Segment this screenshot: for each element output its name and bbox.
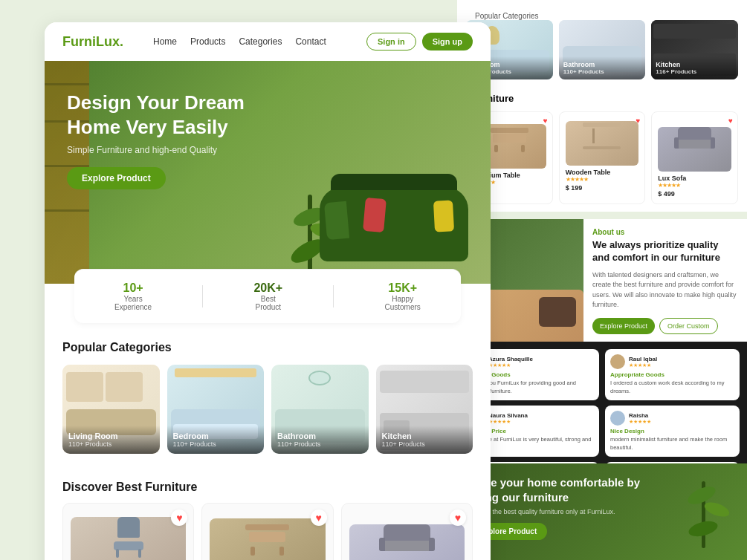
nav-categories[interactable]: Categories	[239, 36, 282, 47]
pt-leg-l	[494, 145, 498, 152]
reviewer-2-header: Raisha ★★★★★	[610, 411, 734, 426]
sink-shape	[308, 371, 331, 385]
about-order-button[interactable]: Order Custom	[659, 318, 718, 334]
stat-experience-label: YearsExperience	[114, 295, 152, 311]
heart-table[interactable]: ♥	[311, 509, 327, 526]
popular-categories-title: Popular Categories	[62, 341, 473, 354]
reviews-right-column: Raul Iqbal ★★★★★ Appropriate Goods I ord…	[605, 349, 740, 464]
chair-back	[117, 517, 140, 538]
cta-title: Make your home comfortable by using our …	[469, 475, 668, 504]
reviews-section: Azura Shaquille ★★★★★ Quality Goods Than…	[457, 342, 747, 464]
hero-explore-button[interactable]: Explore Product	[67, 167, 166, 189]
about-title: We always prioritize quality and comfort…	[592, 239, 738, 264]
stat-divider-1	[202, 285, 203, 307]
right-categories-grid: Bedroom 110+ Products Bathroom 110+ Prod…	[466, 20, 738, 79]
right-furn-sofa[interactable]: ♥ Lux Sofa ★★★★★ $ 499	[651, 111, 738, 204]
furniture-card-chair[interactable]: ♥ Arm Chair $199	[62, 503, 194, 560]
right-furniture-section: ...furniture ♥ Premium Table ★★★★★ $ 299	[457, 85, 747, 212]
lux-sofa-name: Lux Sofa	[658, 175, 731, 182]
cta-leaf-3	[687, 518, 719, 539]
wt-base	[583, 146, 621, 149]
right-bathroom-count: 110+ Products	[563, 68, 641, 75]
right-cat-kitchen[interactable]: Kitchen 116+ Products	[651, 20, 738, 79]
nav-home[interactable]: Home	[153, 36, 177, 47]
signup-button[interactable]: Sign up	[422, 33, 473, 51]
sofa-illus	[379, 524, 435, 554]
about-explore-button[interactable]: Explore Product	[592, 318, 655, 334]
cta-subtitle: choose the best quality furniture only a…	[469, 508, 668, 515]
logo[interactable]: FurniLux.	[62, 34, 123, 50]
about-label: About us	[592, 228, 738, 236]
logo-text-end: Lux.	[96, 34, 123, 49]
category-kitchen[interactable]: Kitchen 110+ Products	[376, 365, 473, 454]
bathroom-overlay: Bathroom 110+ Products	[271, 426, 369, 454]
table-image	[210, 518, 325, 560]
lux-sofa-price: $ 499	[658, 190, 731, 198]
right-bathroom-name: Bathroom	[563, 61, 641, 68]
right-kitchen-name: Kitchen	[656, 61, 734, 68]
review-5-text: I ordered a custom work desk according t…	[610, 380, 734, 395]
about-section: About us We always prioritize quality an…	[583, 219, 747, 342]
pt-body	[493, 134, 526, 143]
nav-products[interactable]: Products	[190, 36, 225, 47]
table-illus	[243, 518, 291, 556]
reviewer-5-stars: ★★★★★	[629, 362, 657, 368]
stat-products-label: BestProduct	[253, 295, 282, 311]
right-cat-bathroom[interactable]: Bathroom 110+ Products	[559, 20, 646, 79]
right-kitchen-count: 116+ Products	[656, 68, 734, 75]
category-bathroom[interactable]: Bathroom 110+ Products	[271, 365, 369, 454]
right-bathroom-overlay: Bathroom 110+ Products	[559, 56, 646, 79]
sofa-seat-2	[379, 541, 435, 551]
reviewer-5-header: Raul Iqbal ★★★★★	[610, 354, 734, 369]
right-heart-wooden[interactable]: ♥	[636, 117, 640, 125]
sofa-image	[349, 524, 465, 560]
reviewer-3-stars: ★★★★★	[488, 419, 528, 425]
room-frame-2	[106, 372, 143, 402]
category-bedroom[interactable]: Bedroom 110+ Products	[167, 365, 265, 454]
sofa-arm-r-2	[429, 538, 435, 551]
left-panel: FurniLux. Home Products Categories Conta…	[45, 22, 491, 560]
heart-sofa[interactable]: ♥	[450, 509, 466, 526]
cta-plant-decoration	[676, 475, 735, 548]
stats-bar: 10+ YearsExperience 20K+ BestProduct 15K…	[74, 269, 461, 323]
categories-grid: Living Room 110+ Products Bedroom 110+ P…	[62, 365, 473, 454]
sofa-back-2	[384, 524, 430, 541]
avatar-5	[610, 354, 625, 369]
avatar-2	[610, 411, 625, 426]
pt-top	[491, 128, 528, 133]
wooden-table-price: $ 199	[566, 184, 639, 192]
stat-experience-number: 10+	[114, 281, 152, 295]
right-heart-sofa[interactable]: ♥	[728, 117, 733, 125]
right-wooden-img	[566, 121, 639, 166]
bathroom-name: Bathroom	[277, 432, 363, 440]
right-sofa-img	[658, 127, 731, 172]
chair-image	[71, 517, 186, 560]
lux-sofa-stars: ★★★★★	[658, 182, 731, 189]
navbar: FurniLux. Home Products Categories Conta…	[45, 22, 491, 61]
wt-top	[583, 123, 621, 127]
review-2-text: modern minimalist furniture and make the…	[610, 436, 734, 452]
reviewer-5-name: Raul Iqbal	[629, 356, 657, 362]
table-leg-r	[279, 547, 284, 556]
leg-fl	[116, 549, 119, 558]
bedroom-count: 110+ Products	[173, 440, 259, 448]
stat-customers: 15K+ HappyCustomers	[385, 281, 421, 311]
pillow-1	[324, 201, 349, 240]
table-drawer	[249, 532, 285, 542]
cta-content: Make your home comfortable by using our …	[469, 475, 668, 540]
right-heart-premium[interactable]: ♥	[543, 117, 548, 125]
bedroom-overlay: Bedroom 110+ Products	[167, 426, 265, 454]
reviewer-2-name: Raisha	[629, 412, 651, 419]
furniture-card-sofa[interactable]: ♥ Gray Sofa $399	[341, 503, 473, 560]
reviewer-1-stars: ★★★★★	[488, 362, 533, 368]
premium-table-illus	[489, 124, 530, 152]
furniture-card-table[interactable]: ♥ Wood Table $149	[201, 503, 333, 560]
signin-button[interactable]: Sign in	[366, 33, 416, 51]
nav-contact[interactable]: Contact	[295, 36, 326, 47]
reviewer-2-stars: ★★★★★	[629, 419, 651, 425]
right-furn-wooden-table[interactable]: ♥ Wooden Table ★★★★★ $ 199	[559, 111, 646, 204]
hero-section: Design Your Dream Home Very Easily Simpl…	[45, 61, 491, 284]
living-room-name: Living Room	[68, 432, 154, 440]
shelf-4	[45, 209, 89, 212]
category-living-room[interactable]: Living Room 110+ Products	[62, 365, 160, 454]
